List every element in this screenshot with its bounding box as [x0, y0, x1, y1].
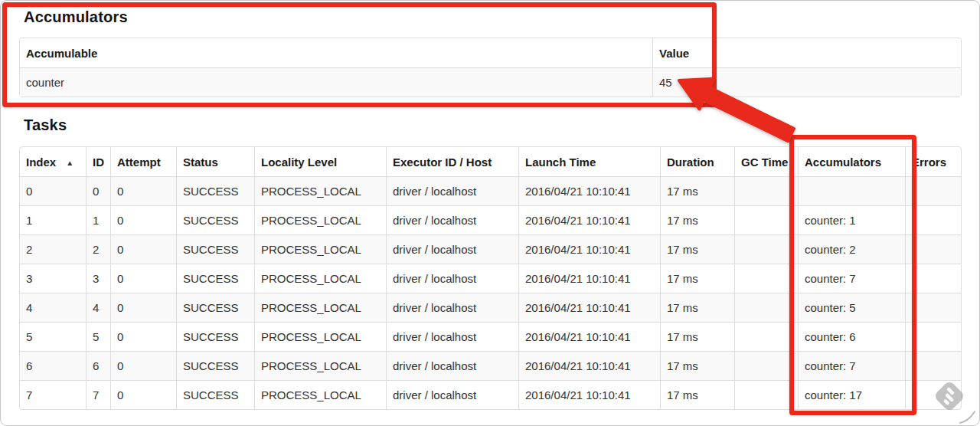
cell: SUCCESS — [176, 176, 254, 205]
cell: 2016/04/21 10:10:41 — [518, 380, 660, 409]
cell: driver / localhost — [386, 264, 518, 293]
cell: 2016/04/21 10:10:41 — [518, 264, 660, 293]
col-header-locality-level[interactable]: Locality Level — [254, 147, 386, 176]
cell: PROCESS_LOCAL — [254, 205, 386, 234]
cell: 3 — [20, 264, 86, 293]
task-row: 220SUCCESSPROCESS_LOCALdriver / localhos… — [20, 234, 961, 264]
table-header-row: Index▲ ID Attempt Status Locality Level … — [20, 147, 961, 176]
cell: driver / localhost — [386, 293, 518, 322]
cell: counter: 17 — [798, 380, 905, 409]
cell: 0 — [86, 176, 110, 205]
sort-ascending-icon: ▲ — [66, 159, 74, 167]
task-row: 330SUCCESSPROCESS_LOCALdriver / localhos… — [20, 264, 961, 293]
cell: SUCCESS — [176, 351, 254, 380]
cell: 2016/04/21 10:10:41 — [518, 322, 660, 351]
cell: counter: 7 — [798, 264, 905, 293]
col-header-errors[interactable]: Errors — [905, 147, 961, 176]
cell: 0 — [110, 380, 176, 409]
cell — [734, 293, 798, 322]
cell: 2016/04/21 10:10:41 — [518, 176, 660, 205]
cell — [905, 293, 961, 322]
cell — [734, 264, 798, 293]
cell: SUCCESS — [176, 380, 254, 409]
accumulators-section-title: Accumulators — [24, 8, 128, 26]
cell: 0 — [110, 351, 176, 380]
cell — [734, 234, 798, 264]
cell — [734, 205, 798, 234]
col-header-id[interactable]: ID — [86, 147, 110, 176]
task-row: 440SUCCESSPROCESS_LOCALdriver / localhos… — [20, 293, 961, 322]
col-header-attempt[interactable]: Attempt — [110, 147, 176, 176]
cell: 17 ms — [660, 205, 734, 234]
cell: 2016/04/21 10:10:41 — [518, 293, 660, 322]
cell: driver / localhost — [386, 322, 518, 351]
task-row: 550SUCCESSPROCESS_LOCALdriver / localhos… — [20, 322, 961, 351]
cell: PROCESS_LOCAL — [254, 176, 386, 205]
cell: 0 — [110, 234, 176, 264]
accumulators-table: Accumulable Value counter 45 — [19, 38, 962, 97]
cell: SUCCESS — [176, 234, 254, 264]
cell: 2016/04/21 10:10:41 — [518, 205, 660, 234]
cell — [734, 380, 798, 409]
col-header-index[interactable]: Index▲ — [20, 147, 86, 176]
cell: counter: 5 — [798, 293, 905, 322]
cell — [905, 322, 961, 351]
task-row: 110SUCCESSPROCESS_LOCALdriver / localhos… — [20, 205, 961, 234]
cell: SUCCESS — [176, 322, 254, 351]
cell-accumulable-value: 45 — [652, 67, 961, 97]
cell: 17 ms — [660, 293, 734, 322]
col-header-label: Index — [26, 156, 56, 169]
cell: 0 — [110, 322, 176, 351]
cell-accumulable-name: counter — [20, 67, 652, 97]
col-header-gc-time[interactable]: GC Time — [734, 147, 798, 176]
task-row: 660SUCCESSPROCESS_LOCALdriver / localhos… — [20, 351, 961, 380]
cell: SUCCESS — [176, 264, 254, 293]
cell: 3 — [86, 264, 110, 293]
cell: PROCESS_LOCAL — [254, 234, 386, 264]
cell: 0 — [110, 205, 176, 234]
col-header-accumulable[interactable]: Accumulable — [20, 38, 652, 67]
cell: 5 — [20, 322, 86, 351]
cell: 0 — [110, 176, 176, 205]
table-header-row: Accumulable Value — [20, 38, 961, 67]
cell: 17 ms — [660, 380, 734, 409]
cell: 17 ms — [660, 264, 734, 293]
cell: PROCESS_LOCAL — [254, 351, 386, 380]
cell: 0 — [20, 176, 86, 205]
cell: driver / localhost — [386, 234, 518, 264]
col-header-status[interactable]: Status — [176, 147, 254, 176]
cell — [734, 176, 798, 205]
cell: 6 — [20, 351, 86, 380]
cell — [798, 176, 905, 205]
cell: counter: 6 — [798, 322, 905, 351]
col-header-duration[interactable]: Duration — [660, 147, 734, 176]
cell: 0 — [110, 293, 176, 322]
cell — [734, 322, 798, 351]
cell: 7 — [86, 380, 110, 409]
cell — [905, 351, 961, 380]
cell: 1 — [86, 205, 110, 234]
cell: SUCCESS — [176, 293, 254, 322]
cell: counter: 1 — [798, 205, 905, 234]
tasks-section-title: Tasks — [24, 116, 67, 134]
cell: 0 — [110, 264, 176, 293]
accumulable-row: counter 45 — [20, 67, 961, 97]
cell: 17 ms — [660, 322, 734, 351]
cell: 1 — [20, 205, 86, 234]
cell: 2 — [86, 234, 110, 264]
cell: driver / localhost — [386, 380, 518, 409]
page: Accumulators Accumulable Value counter 4… — [0, 0, 980, 426]
cell: 4 — [86, 293, 110, 322]
cell — [905, 234, 961, 264]
cell: 17 ms — [660, 234, 734, 264]
cell: 2016/04/21 10:10:41 — [518, 234, 660, 264]
cell: 5 — [86, 322, 110, 351]
col-header-launch-time[interactable]: Launch Time — [518, 147, 660, 176]
col-header-accumulators[interactable]: Accumulators — [798, 147, 905, 176]
col-header-value[interactable]: Value — [652, 38, 961, 67]
cell: counter: 2 — [798, 234, 905, 264]
cell: 2016/04/21 10:10:41 — [518, 351, 660, 380]
cell: PROCESS_LOCAL — [254, 322, 386, 351]
col-header-executor-id-host[interactable]: Executor ID / Host — [386, 147, 518, 176]
cell: 17 ms — [660, 176, 734, 205]
